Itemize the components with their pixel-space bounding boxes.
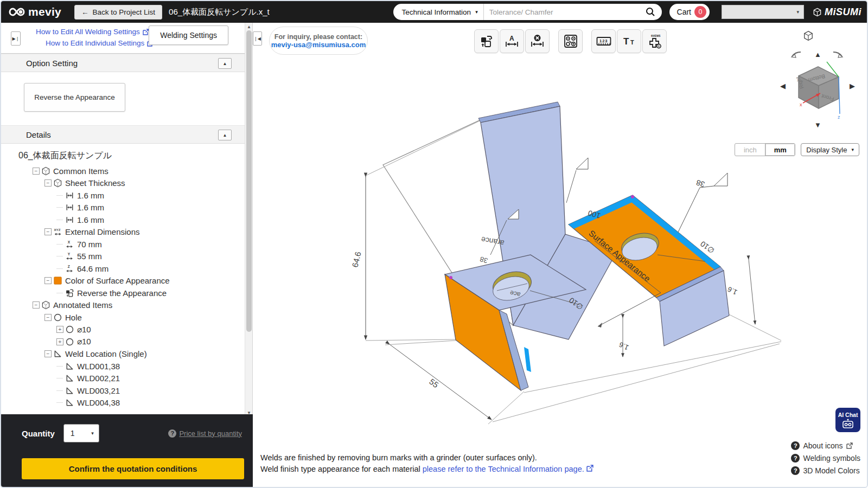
text-size-tool-button[interactable]: T T [617,29,641,53]
display-style-dropdown[interactable]: Display Style ▾ [801,143,859,156]
scrollbar-thumb[interactable] [246,30,252,332]
dimension-width [385,341,781,424]
viewer-canvas[interactable]: ❘◀ For inquiry, please contact: meviy-us… [253,23,868,488]
tree-item[interactable]: X70 mm [18,238,252,251]
cart-button[interactable]: Cart 0 [669,4,710,20]
misumi-logo: MiSUMi [813,7,861,18]
tree-item[interactable]: WLD003,21 [18,384,252,397]
collapse-section-button[interactable]: ▲ [218,58,232,69]
rotate-right-icon[interactable]: ▶ [850,82,855,89]
collapse-node-icon[interactable]: − [44,277,52,284]
axis-x-label: x [800,102,802,107]
back-to-project-list-button[interactable]: ← Back to Project List [74,5,162,20]
dimension-display-tool-button[interactable]: 123 [591,29,616,53]
search-icon[interactable] [646,7,655,17]
collapse-section-button[interactable]: ▲ [218,130,232,140]
technical-information-page-link[interactable]: please refer to the Technical Informatio… [423,465,584,473]
tree-item[interactable]: −Weld Location (Single) [18,348,252,361]
collapse-node-icon[interactable]: − [44,314,52,321]
cube-home-icon[interactable] [803,30,814,43]
collapse-node-icon[interactable]: − [33,168,40,175]
chevron-down-icon: ▾ [91,431,94,436]
search-input[interactable] [484,8,646,16]
collapse-node-icon[interactable]: − [44,179,52,187]
unit-inch-button[interactable]: inch [735,144,765,156]
six-views-tool-button[interactable]: 6VIEWS [642,29,667,53]
tree-item[interactable]: 1.6 mm [18,214,252,226]
tree-item[interactable]: −Sheet Thickness [18,177,252,190]
rotate-up-icon[interactable]: ▲ [814,51,821,58]
misumi-text: MiSUMi [825,7,861,18]
tree-item[interactable]: Reverse the Appearance [18,287,252,299]
tree-item[interactable]: −Annotated Items [18,299,252,312]
collapse-node-icon[interactable]: − [44,350,52,357]
reverse-appearance-icon [479,34,494,49]
sidebar-scrollbar[interactable]: ▲ ▼ [245,23,252,416]
contact-email-link[interactable]: meviy-usa@misumiusa.com [271,41,366,49]
tree-item-label: WLD004,38 [77,398,120,407]
tree-item-label: ⌀10 [77,337,91,346]
tree-item[interactable]: +⌀10 [18,324,252,336]
tree-item[interactable]: Z64.6 mm [18,262,252,275]
weld-flag-mid [576,158,588,169]
weld-icon [53,349,62,358]
ai-chat-button[interactable]: AI Chat [835,408,860,432]
tree-item-label: WLD003,21 [77,386,120,395]
expand-node-icon[interactable]: + [56,326,63,333]
tree-item[interactable]: −Hole [18,311,252,324]
canvas-collapse-handle-icon[interactable]: ❘◀ [253,31,262,46]
welding-symbols-link[interactable]: ? Welding symbols [791,454,860,463]
about-icons-link[interactable]: ? About icons [791,441,860,450]
scroll-up-icon[interactable]: ▲ [245,23,253,30]
reverse-appearance-tool-button[interactable] [474,29,499,53]
rotate-down-icon[interactable]: ▼ [814,121,821,129]
expand-node-icon[interactable]: + [56,338,63,345]
svg-text:6VIEWS: 6VIEWS [651,35,660,37]
help-links: ? About icons ? Welding symbols ? 3D Mod… [791,438,860,475]
tree-item-label: 64.6 mm [77,264,108,273]
tree-item[interactable]: −Common Items [18,165,252,177]
details-tree: 06_体裁面反転サンプル −Common Items−Sheet Thickne… [1,144,252,409]
technical-information-dropdown[interactable]: Technical Information ▾ [393,4,484,20]
confirm-quotation-button[interactable]: Confirm the quotation conditions [22,458,244,479]
tab-welding-settings[interactable]: Welding Settings [149,25,228,45]
reverse-appearance-button[interactable]: Reverse the Appearance [24,83,125,112]
unit-mm-button[interactable]: mm [765,144,795,156]
language-select[interactable]: ▾ [722,5,804,19]
external-link-icon [586,465,593,472]
3d-model-view[interactable]: 64.6 55 ace [256,23,799,446]
tree-item[interactable]: WLD001,38 [18,360,252,373]
tree-item-label: WLD001,38 [77,362,120,371]
tree-item[interactable]: +⌀10 [18,336,252,348]
tree-item[interactable]: WLD004,38 [18,397,252,409]
unit-toggle: inch mm [735,143,795,156]
rotate-left-icon[interactable]: ◀ [780,82,786,89]
tree-item[interactable]: −XYZExternal Dimensions [18,226,252,239]
view-cube[interactable]: Bottom Right Front z x [791,60,845,119]
tree-item[interactable]: WLD002,21 [18,373,252,385]
sidebar-header: How to Edit All Welding Settings How to … [1,23,252,54]
meviy-logo[interactable]: meviy [9,5,61,18]
tree-item[interactable]: 1.6 mm [18,202,252,214]
robot-icon [841,419,854,428]
tree-connector [56,195,63,196]
collapse-node-icon[interactable]: − [33,301,40,309]
weld-point-dot[interactable] [449,276,452,279]
collapse-node-icon[interactable]: − [44,228,52,235]
delete-dimension-tool-button[interactable] [525,29,550,53]
tree-item[interactable]: Y55 mm [18,251,252,263]
weld-point-dot[interactable] [631,195,634,198]
price-list-link[interactable]: ? Price list by quantity [168,429,242,438]
tree-container: −Common Items−Sheet Thickness1.6 mm1.6 m… [18,165,252,409]
dim-width-label: 55 [427,377,441,390]
tree-item[interactable]: −Color of Surface Appearance [18,275,252,287]
question-icon: ? [791,441,800,450]
hole-settings-tool-button[interactable] [558,29,583,53]
tree-item[interactable]: 1.6 mm [18,189,252,202]
model-colors-link[interactable]: ? 3D Model Colors [791,466,860,475]
svg-text:T: T [623,36,629,47]
add-dimension-tool-button[interactable]: A [500,29,524,53]
weld-edge-highlight-left[interactable] [524,347,531,372]
quantity-select[interactable]: 1 ▾ [63,424,99,442]
viewer-toolbar: A [474,29,668,53]
